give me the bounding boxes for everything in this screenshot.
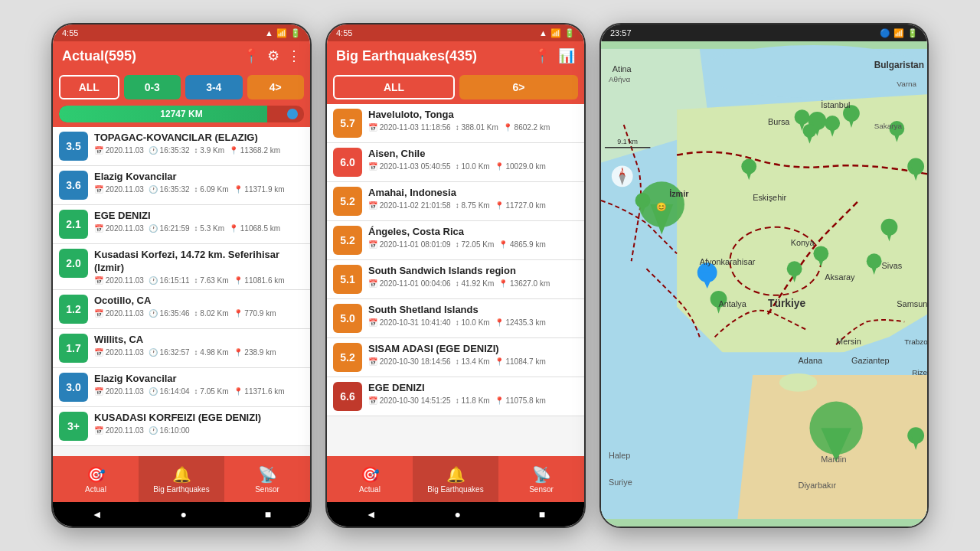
eq-date-4: 📅 2020.11.03 (94, 276, 144, 285)
nav-big-eq-2[interactable]: 🔔 Big Earthquakes (413, 456, 498, 502)
bottom-nav-2: 🎯 Actual 🔔 Big Earthquakes 📡 Sensor (327, 456, 584, 502)
map-label-mardin: Mardin (821, 455, 846, 464)
settings-icon-1[interactable]: ⚙ (267, 47, 279, 64)
filter-4plus[interactable]: 4> (247, 75, 305, 99)
eq-item-1[interactable]: 3.5 TOPAGAC-KOVANCILAR (ELAZIG) 📅 2020.1… (53, 127, 310, 166)
location-icon-2[interactable]: 📍 (534, 47, 550, 64)
eq-info-b1: Haveluloto, Tonga 📅 2020-11-03 11:18:56 … (368, 109, 578, 132)
map-label-bulgaristan: Bulgaristan (874, 60, 924, 70)
eq-details-3: 📅 2020.11.03 🕐 16:21:59 ↕ 5.3 Km 📍 11068… (94, 224, 304, 233)
menu-icon-1[interactable]: ⋮ (287, 47, 301, 64)
mag-badge-3: 2.1 (59, 210, 88, 239)
nav-actual-2[interactable]: 🎯 Actual (327, 456, 413, 502)
filter-3-4[interactable]: 3-4 (185, 75, 243, 99)
eq-date-5: 📅 2020.11.03 (94, 309, 144, 318)
eq-item-b3[interactable]: 5.2 Amahai, Indonesia 📅 2020-11-02 21:01… (327, 182, 584, 221)
eq-name-b4: Ángeles, Costa Rica (368, 226, 578, 239)
eq-details-6: 📅 2020.11.03 🕐 16:32:57 ↕ 4.98 Km 📍 238.… (94, 348, 304, 357)
eq-depth-7: ↕ 7.05 Km (194, 387, 229, 396)
wifi-icon-1: 📶 (276, 28, 287, 38)
nav-big-eq-1[interactable]: 🔔 Big Earthquakes (139, 456, 224, 502)
eq-details-1: 📅 2020.11.03 🕐 16:35:32 ↕ 3.9 Km 📍 11368… (94, 146, 304, 155)
map-container[interactable]: 😊 (601, 41, 927, 527)
mag-badge-7: 3.0 (59, 373, 88, 402)
distance-bar-container: 12747 KM (53, 104, 310, 127)
eq-item-6[interactable]: 1.7 Willits, CA 📅 2020.11.03 🕐 16:32:57 … (53, 329, 310, 368)
eq-item-b2[interactable]: 6.0 Aisen, Chile 📅 2020-11-03 05:40:55 ↕… (327, 143, 584, 182)
back-btn-1[interactable]: ◄ (92, 508, 103, 520)
eq-time-1: 🕐 16:35:32 (149, 146, 190, 155)
eq-dist-b7: 📍 11084.7 km (495, 357, 546, 366)
nav-big-eq-label-1: Big Earthquakes (153, 485, 209, 494)
filter-all-2[interactable]: ALL (333, 75, 455, 99)
eq-time-6: 🕐 16:32:57 (149, 348, 190, 357)
nav-actual-1[interactable]: 🎯 Actual (53, 456, 139, 502)
eq-depth-b7: ↕ 13.4 Km (456, 357, 490, 366)
map-label-trabzon: Trabzon (904, 337, 927, 346)
map-label-turkiye: Türkiye (768, 297, 806, 309)
nav-sensor-1[interactable]: 📡 Sensor (224, 456, 310, 502)
eq-depth-b5: ↕ 41.92 Km (456, 279, 495, 288)
eq-date-b7: 📅 2020-10-30 18:14:56 (368, 357, 451, 366)
eq-date-3: 📅 2020.11.03 (94, 224, 144, 233)
mag-badge-6: 1.7 (59, 334, 88, 363)
recent-btn-2[interactable]: ■ (539, 508, 545, 520)
mag-badge-b6: 5.0 (333, 304, 362, 333)
nav-actual-label-1: Actual (85, 485, 106, 494)
eq-date-b5: 📅 2020-11-01 00:04:06 (368, 279, 451, 288)
back-btn-2[interactable]: ◄ (366, 508, 377, 520)
eq-name-b5: South Sandwich Islands region (368, 265, 578, 278)
location-icon-1[interactable]: 📍 (243, 47, 260, 64)
map-label-diyarbakir: Diyarbakır (799, 481, 837, 490)
eq-time-4: 🕐 16:15:11 (149, 276, 190, 285)
eq-item-8[interactable]: 3+ KUSADASI KORFEIZI (EGE DENIZI) 📅 2020… (53, 407, 310, 446)
eq-info-2: Elazig Kovancilar 📅 2020.11.03 🕐 16:35:3… (94, 171, 304, 194)
map-signal-icon: 📶 (893, 28, 904, 38)
eq-name-b7: SISAM ADASI (EGE DENIZI) (368, 343, 578, 356)
home-btn-2[interactable]: ● (454, 508, 460, 520)
app-header-2: Big Earthquakes(435) 📍 📊 (327, 41, 584, 70)
eq-item-b5[interactable]: 5.1 South Sandwich Islands region 📅 2020… (327, 260, 584, 299)
app-title-2: Big Earthquakes(435) (336, 48, 477, 64)
map-label-sivas: Sivas (882, 261, 903, 270)
chart-icon-2[interactable]: 📊 (558, 47, 575, 64)
nav-sensor-2[interactable]: 📡 Sensor (498, 456, 584, 502)
filter-0-3[interactable]: 0-3 (124, 75, 181, 99)
eq-item-b7[interactable]: 5.2 SISAM ADASI (EGE DENIZI) 📅 2020-10-3… (327, 338, 584, 377)
filter-6plus[interactable]: 6> (459, 75, 578, 99)
map-label-istanbul: İstanbul (821, 100, 850, 109)
eq-depth-2: ↕ 6.09 Km (194, 185, 229, 194)
eq-item-4[interactable]: 2.0 Kusadasi Korfezi, 14.72 km. Seferihi… (53, 244, 310, 290)
filter-all-1[interactable]: ALL (59, 75, 119, 99)
nav-sensor-label-1: Sensor (255, 485, 279, 494)
eq-depth-b2: ↕ 10.0 Km (456, 162, 490, 171)
bottom-bar-2: ◄ ● ■ (327, 502, 584, 527)
mag-badge-b7: 5.2 (333, 343, 362, 372)
recent-btn-1[interactable]: ■ (265, 508, 271, 520)
eq-list-1: 3.5 TOPAGAC-KOVANCILAR (ELAZIG) 📅 2020.1… (53, 127, 310, 456)
eq-item-3[interactable]: 2.1 EGE DENIZI 📅 2020.11.03 🕐 16:21:59 ↕… (53, 205, 310, 244)
eq-info-5: Ocotillo, CA 📅 2020.11.03 🕐 16:35:46 ↕ 8… (94, 295, 304, 318)
eq-item-b1[interactable]: 5.7 Haveluloto, Tonga 📅 2020-11-03 11:18… (327, 104, 584, 143)
map-label-suriye: Suriye (609, 478, 632, 487)
app-header-1: Actual(595) 📍 ⚙ ⋮ (53, 41, 310, 70)
eq-item-b4[interactable]: 5.2 Ángeles, Costa Rica 📅 2020-11-01 08:… (327, 221, 584, 260)
distance-dot (287, 109, 298, 119)
mag-badge-5: 1.2 (59, 295, 88, 324)
eq-dist-b3: 📍 11727.0 km (495, 201, 546, 210)
eq-depth-6: ↕ 4.98 Km (194, 348, 229, 357)
eq-item-2[interactable]: 3.6 Elazig Kovancilar 📅 2020.11.03 🕐 16:… (53, 166, 310, 205)
eq-item-5[interactable]: 1.2 Ocotillo, CA 📅 2020.11.03 🕐 16:35:46… (53, 290, 310, 329)
home-btn-1[interactable]: ● (180, 508, 186, 520)
eq-dist-6: 📍 238.9 km (234, 348, 276, 357)
map-label-afyon: Afyonkarahisar (700, 257, 756, 266)
eq-item-b6[interactable]: 5.0 South Shetland Islands 📅 2020-10-31 … (327, 299, 584, 338)
eq-info-4: Kusadasi Korfezi, 14.72 km. Seferihisar … (94, 249, 304, 285)
eq-item-b8[interactable]: 6.6 EGE DENIZI 📅 2020-10-30 14:51:25 ↕ 1… (327, 377, 584, 416)
eq-name-5: Ocotillo, CA (94, 295, 304, 308)
eq-depth-b4: ↕ 72.05 Km (456, 240, 495, 249)
eq-item-7[interactable]: 3.0 Elazig Kovancilar 📅 2020.11.03 🕐 16:… (53, 368, 310, 407)
mag-badge-b4: 5.2 (333, 226, 362, 255)
map-label-aksaray: Aksaray (825, 272, 855, 282)
eq-depth-b3: ↕ 8.75 Km (456, 201, 490, 210)
